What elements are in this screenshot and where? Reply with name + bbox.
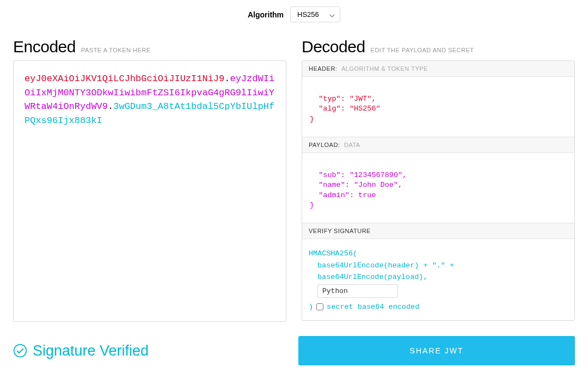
token-dot: . xyxy=(108,101,113,112)
payload-json-line: "sub": "1234567890", xyxy=(310,171,407,179)
verify-bar-label: VERIFY SIGNATURE xyxy=(309,228,371,234)
payload-json-line: } xyxy=(310,201,314,209)
header-json-line: "typ": "JWT", xyxy=(310,95,376,103)
verified-text: Signature Verified xyxy=(33,343,149,359)
encoded-title-text: Encoded xyxy=(13,38,76,56)
decoded-stack: HEADER: ALGORITHM & TOKEN TYPE "typ": "J… xyxy=(302,60,575,321)
encoded-token-box[interactable]: eyJ0eXAiOiJKV1QiLCJhbGciOiJIUzI1NiJ9.eyJ… xyxy=(13,60,286,322)
encoded-title: Encoded PASTE A TOKEN HERE xyxy=(13,38,286,56)
header-json-line: } xyxy=(310,115,314,123)
sig-line: base64UrlEncode(header) + "." + xyxy=(317,260,568,272)
algorithm-select[interactable]: HS256 xyxy=(290,7,340,22)
payload-section-bar: PAYLOAD: DATA xyxy=(302,137,574,153)
verify-signature-body: HMACSHA256( base64UrlEncode(header) + ".… xyxy=(302,239,574,320)
payload-json-line: "name": "John Doe", xyxy=(310,181,402,189)
sig-close-row: ) secret base64 encoded xyxy=(309,301,568,313)
footer-row: Signature Verified SHARE JWT xyxy=(13,336,575,365)
header-json-editor[interactable]: "typ": "JWT", "alg": "HS256" } xyxy=(302,77,574,137)
payload-bar-sub: DATA xyxy=(344,142,360,148)
payload-json-line: "admin": true xyxy=(310,191,376,199)
token-dot: . xyxy=(224,74,230,84)
main-columns: Encoded PASTE A TOKEN HERE eyJ0eXAiOiJKV… xyxy=(13,38,575,322)
algorithm-select-wrap: HS256 xyxy=(290,7,340,22)
header-bar-sub: ALGORITHM & TOKEN TYPE xyxy=(341,65,428,72)
check-circle-icon xyxy=(13,344,27,358)
secret-base64-label: secret base64 encoded xyxy=(327,301,419,313)
share-jwt-button[interactable]: SHARE JWT xyxy=(298,336,575,365)
secret-input[interactable] xyxy=(317,284,398,298)
header-section-bar: HEADER: ALGORITHM & TOKEN TYPE xyxy=(302,61,574,77)
token-header-segment: eyJ0eXAiOiJKV1QiLCJhbGciOiJIUzI1NiJ9 xyxy=(24,74,224,84)
secret-base64-checkbox[interactable] xyxy=(316,303,323,310)
verify-signature-bar: VERIFY SIGNATURE xyxy=(302,223,574,239)
algorithm-row: Algorithm HS256 xyxy=(13,7,575,22)
sig-line: HMACSHA256( xyxy=(309,248,568,260)
header-bar-label: HEADER: xyxy=(309,65,337,72)
sig-close-paren: ) xyxy=(309,301,313,313)
algorithm-label: Algorithm xyxy=(248,10,284,19)
decoded-title: Decoded EDIT THE PAYLOAD AND SECRET xyxy=(302,38,575,56)
encoded-subtitle: PASTE A TOKEN HERE xyxy=(81,47,151,53)
payload-bar-label: PAYLOAD: xyxy=(309,142,340,148)
header-json-line: "alg": "HS256" xyxy=(310,105,381,113)
signature-verified-status: Signature Verified xyxy=(13,343,283,359)
payload-json-editor[interactable]: "sub": "1234567890", "name": "John Doe",… xyxy=(302,153,574,223)
encoded-column: Encoded PASTE A TOKEN HERE eyJ0eXAiOiJKV… xyxy=(13,38,286,322)
svg-point-0 xyxy=(14,345,27,357)
secret-input-row xyxy=(317,283,568,299)
sig-line: base64UrlEncode(payload), xyxy=(317,271,568,283)
decoded-title-text: Decoded xyxy=(302,38,365,56)
decoded-subtitle: EDIT THE PAYLOAD AND SECRET xyxy=(371,47,474,53)
decoded-column: Decoded EDIT THE PAYLOAD AND SECRET HEAD… xyxy=(302,38,575,322)
